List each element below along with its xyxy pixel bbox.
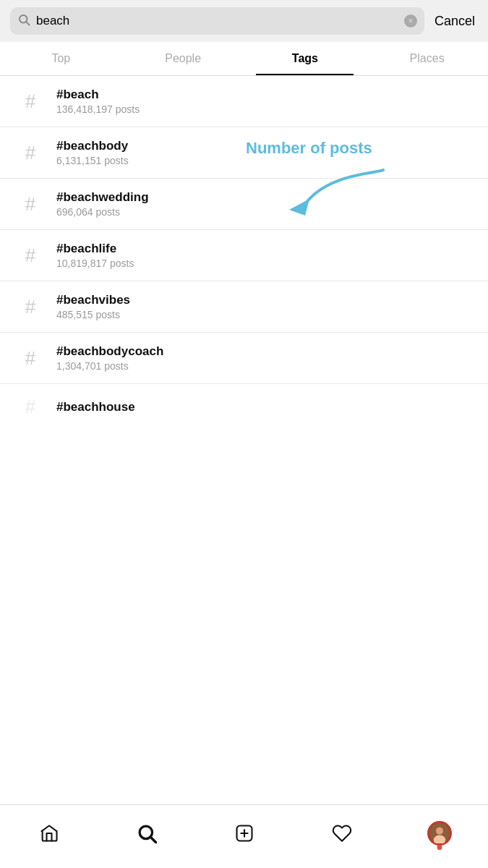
nav-activity[interactable] (320, 815, 364, 851)
tag-posts: 136,418,197 posts (56, 103, 140, 115)
tab-top[interactable]: Top (0, 42, 122, 75)
search-input[interactable]: beach (36, 14, 398, 28)
hash-icon: # (13, 142, 48, 164)
tab-places[interactable]: Places (366, 42, 488, 75)
list-item[interactable]: # #beachlife 10,819,817 posts (0, 230, 488, 281)
list-item[interactable]: # #beachbody 6,131,151 posts (0, 127, 488, 179)
tag-name: #beachhouse (56, 400, 135, 414)
tag-posts: 1,304,701 posts (56, 360, 163, 372)
list-item[interactable]: # #beachvibes 485,515 posts (0, 281, 488, 333)
search-icon (17, 13, 30, 29)
notification-dot (437, 845, 442, 850)
cancel-button[interactable]: Cancel (432, 14, 478, 29)
hash-icon: # (13, 347, 48, 370)
svg-line-4 (150, 837, 156, 843)
tag-name: #beachbodycoach (56, 344, 163, 359)
tab-tags[interactable]: Tags (244, 42, 367, 75)
list-item[interactable]: # #beachhouse (0, 384, 488, 430)
list-item[interactable]: # #beachbodycoach 1,304,701 posts (0, 333, 488, 384)
nav-home[interactable] (27, 815, 71, 851)
hash-icon: # (13, 396, 48, 418)
tabs-bar: Top People Tags Places (0, 42, 488, 76)
nav-add[interactable] (223, 815, 266, 851)
tab-people[interactable]: People (122, 42, 244, 75)
search-bar: beach × Cancel (0, 0, 488, 42)
clear-icon[interactable]: × (404, 14, 417, 27)
list-item[interactable]: # #beachwedding 696,064 posts (0, 179, 488, 230)
hash-icon: # (13, 296, 48, 318)
tag-posts: 10,819,817 posts (56, 258, 134, 269)
tag-posts: 6,131,151 posts (56, 155, 129, 166)
svg-line-1 (26, 22, 29, 25)
nav-profile[interactable] (418, 815, 461, 851)
tag-name: #beachwedding (56, 190, 149, 205)
hash-icon: # (13, 244, 48, 267)
tag-name: #beachbody (56, 139, 129, 153)
tag-name: #beachvibes (56, 293, 130, 307)
list-item[interactable]: # #beach 136,418,197 posts (0, 76, 488, 127)
tag-posts: 696,064 posts (56, 206, 149, 218)
bottom-nav (0, 804, 488, 868)
tag-name: #beachlife (56, 242, 134, 256)
tag-posts: 485,515 posts (56, 309, 130, 320)
hash-icon: # (13, 90, 48, 113)
svg-point-11 (436, 827, 443, 834)
nav-search[interactable] (125, 815, 168, 851)
avatar (427, 821, 452, 846)
search-container: beach × (10, 7, 424, 35)
tag-name: #beach (56, 88, 140, 102)
tag-list: # #beach 136,418,197 posts # #beachbody … (0, 76, 488, 430)
hash-icon: # (13, 193, 48, 216)
